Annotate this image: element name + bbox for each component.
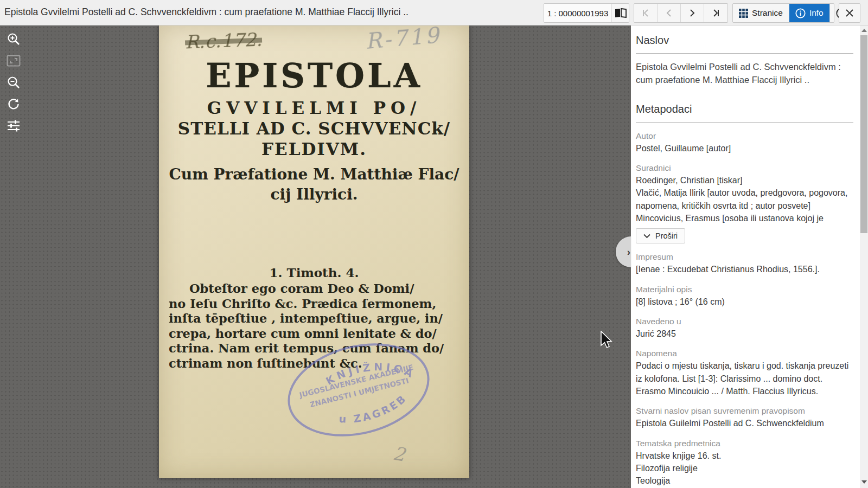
page-title-line4: FELDIVM. <box>159 139 469 159</box>
scrollbar-down-arrow-icon[interactable] <box>861 480 867 484</box>
naslov-value: Epistola Gvvilelmi Postelli ad C. Schvve… <box>636 61 853 87</box>
last-page-button[interactable] <box>704 4 727 22</box>
info-panel: Naslov Epistola Gvvilelmi Postelli ad C.… <box>631 25 860 488</box>
rotate-button[interactable] <box>5 96 22 112</box>
book-page-image[interactable]: R.c.172. R-719 EPISTOLA GVVILELMI PO/ ST… <box>159 25 469 478</box>
prosiri-button[interactable]: Proširi <box>636 228 685 243</box>
first-page-icon <box>642 9 649 17</box>
chevron-right-icon: › <box>627 246 630 258</box>
next-page-icon <box>690 9 695 17</box>
zoom-out-button[interactable] <box>5 74 22 91</box>
viewer-toolbar <box>5 31 22 134</box>
naslov-header: Naslov <box>636 31 853 54</box>
field-suradnici: Suradnici Roedinger, Christian [tiskar] … <box>636 163 853 243</box>
info-circle-icon <box>795 8 806 18</box>
adjustments-button[interactable] <box>5 118 22 134</box>
page-title-line2: GVVILELMI PO/ <box>159 98 469 118</box>
zoom-in-button[interactable] <box>5 31 22 47</box>
metapodaci-header: Metapodaci <box>636 100 853 123</box>
verse-reference: 1. Timoth. 4. <box>159 265 469 280</box>
adjustments-icon <box>7 119 21 132</box>
close-button[interactable] <box>839 3 860 23</box>
field-autor: Autor Postel, Guillaume [autor] <box>636 131 853 155</box>
previous-page-icon <box>666 9 672 17</box>
field-navedeno-u: Navedeno u Jurić 2845 <box>636 316 853 340</box>
last-page-icon <box>712 9 720 17</box>
pencil-shelfmark-annotation: R-719 <box>364 25 442 54</box>
rotate-icon <box>7 97 21 111</box>
chevron-down-icon <box>643 234 650 239</box>
stranice-button[interactable]: Stranice <box>733 4 789 22</box>
fit-screen-icon <box>7 55 21 67</box>
document-title: Epistola Gvvilelmi Postelli ad C. Schvve… <box>4 7 409 18</box>
top-bar: Epistola Gvvilelmi Postelli ad C. Schvve… <box>0 0 868 25</box>
zoom-in-icon <box>7 32 21 46</box>
close-icon <box>845 9 854 17</box>
view-mode-group: Stranice Info ? <box>732 3 834 23</box>
crossed-shelfmark-annotation: R.c.172. <box>184 29 262 53</box>
scrollbar-up-arrow-icon[interactable] <box>861 29 867 32</box>
field-napomena: Napomena Podaci o mjestu tiskanja, tiska… <box>636 348 853 397</box>
prosiri-label: Proširi <box>655 232 678 240</box>
page-number-input[interactable]: 1 : 00000001993 <box>544 4 611 22</box>
field-stvarni-naslov: Stvarni naslov pisan suvremenim pravopis… <box>636 406 853 429</box>
field-impresum: Impresum [Ienae : Excudebat Christianus … <box>636 252 853 275</box>
book-view-button[interactable] <box>611 4 629 22</box>
viewer-canvas[interactable]: R.c.172. R-719 EPISTOLA GVVILELMI PO/ ST… <box>0 25 631 488</box>
first-page-button[interactable] <box>634 4 658 22</box>
page-indicator-group: 1 : 00000001993 <box>544 3 629 23</box>
grid-icon <box>739 9 748 18</box>
field-tematska-predmetnica: Tematska predmetnica Hrvatske knjige 16.… <box>636 438 853 487</box>
previous-page-button[interactable] <box>658 4 681 22</box>
fit-screen-button[interactable] <box>5 53 22 69</box>
info-button[interactable]: Info <box>789 4 830 22</box>
panel-scrollbar[interactable] <box>860 25 868 488</box>
pencil-page-mark: 2 <box>392 442 407 465</box>
scrollbar-thumb[interactable] <box>860 35 867 233</box>
next-page-button[interactable] <box>681 4 704 22</box>
page-navigation-group <box>634 3 728 23</box>
book-open-icon <box>615 8 627 18</box>
page-title-epistola: EPISTOLA <box>159 56 469 95</box>
field-materijalni-opis: Materijalni opis [8] listova ; 16° (16 c… <box>636 284 853 308</box>
stranice-label: Stranice <box>752 8 783 18</box>
info-label: Info <box>809 8 824 18</box>
praefatio-line2: cij Illyrici. <box>159 185 469 203</box>
page-title-line3: STELLI AD C. SCHVVENCk/ <box>159 119 469 138</box>
praefatio-line1: Cum Præfatione M. Matthiæ Flac/ <box>159 165 469 183</box>
zoom-out-icon <box>7 75 21 89</box>
